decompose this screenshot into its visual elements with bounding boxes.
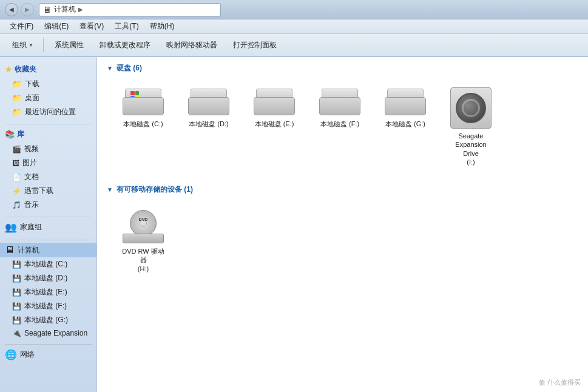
- drive-f-icon-large: [319, 87, 361, 117]
- sidebar-item-documents[interactable]: 📄 文档: [0, 170, 96, 184]
- drive-e-item[interactable]: 本地磁盘 (E:): [244, 81, 305, 172]
- dvd-disc: [130, 210, 157, 237]
- sidebar-item-drive-e[interactable]: 💾 本地磁盘 (E:): [0, 285, 96, 299]
- xunlei-label: 迅雷下载: [24, 186, 53, 196]
- dvd-item[interactable]: DVD DVD RW 驱动器 (H:): [113, 202, 174, 279]
- organize-button[interactable]: 组织 ▼: [6, 38, 39, 53]
- uninstall-button[interactable]: 卸载或更改程序: [92, 38, 158, 53]
- back-button[interactable]: ◀: [5, 3, 18, 16]
- music-icon: 🎵: [12, 201, 21, 209]
- control-panel-button[interactable]: 打开控制面板: [226, 38, 284, 53]
- path-arrow: ▶: [78, 6, 83, 13]
- map-drive-button[interactable]: 映射网络驱动器: [159, 38, 225, 53]
- drive-g-label: 本地磁盘 (G:): [24, 315, 68, 325]
- documents-label: 文档: [24, 172, 39, 182]
- favorites-label: 收藏夹: [15, 64, 36, 75]
- sidebar-item-downloads[interactable]: 📁 下载: [0, 77, 96, 91]
- sidebar-item-xunlei[interactable]: ⚡ 迅雷下载: [0, 184, 96, 198]
- sidebar-item-video[interactable]: 🎬 视频: [0, 142, 96, 156]
- hdd-e-shape: [254, 89, 295, 115]
- sidebar-item-drive-g[interactable]: 💾 本地磁盘 (G:): [0, 313, 96, 327]
- system-props-label: 系统属性: [55, 40, 84, 50]
- network-section: 🌐 网络: [0, 347, 96, 362]
- dvd-icon-large: DVD: [122, 208, 164, 245]
- sidebar-item-computer[interactable]: 🖥 计算机: [0, 243, 96, 257]
- hdd-section-label: 硬盘 (6): [117, 63, 142, 73]
- drive-f-item[interactable]: 本地磁盘 (F:): [309, 81, 370, 172]
- toolbar: 组织 ▼ 系统属性 卸载或更改程序 映射网络驱动器 打开控制面板: [0, 34, 588, 57]
- drive-g-item[interactable]: 本地磁盘 (G:): [375, 81, 436, 172]
- seagate-inner: [456, 93, 486, 123]
- seagate-icon-large: [450, 87, 492, 129]
- hdd-e-body: [254, 97, 295, 115]
- drive-d-icon-large: [188, 87, 230, 117]
- desktop-label: 桌面: [25, 93, 39, 103]
- xunlei-icon: ⚡: [12, 187, 21, 195]
- system-props-button[interactable]: 系统属性: [47, 38, 91, 53]
- menu-edit[interactable]: 编辑(E): [39, 20, 73, 33]
- seagate-ring: [462, 99, 480, 117]
- dvd-shape: DVD: [123, 210, 164, 243]
- removable-header: ▼ 有可移动存储的设备 (1): [107, 184, 578, 195]
- divider-2: [5, 217, 92, 217]
- hdd-d-shape: [188, 89, 229, 115]
- drive-d-icon: 💾: [12, 274, 21, 283]
- menu-bar: 文件(F) 编辑(E) 查看(V) 工具(T) 帮助(H): [0, 19, 588, 34]
- menu-help[interactable]: 帮助(H): [145, 20, 180, 33]
- sidebar-item-network[interactable]: 🌐 网络: [0, 347, 96, 362]
- homegroup-section: 👥 家庭组: [0, 220, 96, 235]
- sidebar-item-homegroup[interactable]: 👥 家庭组: [0, 220, 96, 235]
- organize-arrow: ▼: [29, 42, 33, 48]
- video-label: 视频: [24, 144, 39, 154]
- homegroup-icon: 👥: [5, 221, 17, 233]
- organize-label: 组织: [12, 40, 27, 50]
- computer-icon: 🖥: [43, 5, 52, 15]
- music-label: 音乐: [24, 200, 39, 210]
- hdd-c-body: [123, 97, 164, 115]
- seagate-label-sm: Seagate Expansion: [24, 329, 87, 337]
- drive-f-label: 本地磁盘 (F:): [24, 301, 67, 311]
- uninstall-label: 卸载或更改程序: [100, 40, 150, 50]
- drive-c-item[interactable]: 本地磁盘 (C:): [113, 81, 174, 172]
- recent-label: 最近访问的位置: [25, 107, 76, 117]
- seagate-item[interactable]: Seagate Expansion Drive (I:): [441, 81, 501, 172]
- folder-icon: 📁: [12, 79, 22, 89]
- sidebar: ★ 收藏夹 📁 下载 📁 桌面 📁 最近访问的位置 📚 库: [0, 57, 97, 392]
- address-bar[interactable]: 🖥 计算机 ▶: [39, 3, 221, 16]
- sidebar-item-recent[interactable]: 📁 最近访问的位置: [0, 105, 96, 119]
- divider-1: [5, 124, 92, 124]
- network-label: 网络: [20, 350, 35, 360]
- folder-icon: 📁: [12, 107, 22, 117]
- hdd-c-shape: [123, 89, 164, 115]
- sidebar-item-drive-d[interactable]: 💾 本地磁盘 (D:): [0, 271, 96, 285]
- sidebar-item-music[interactable]: 🎵 音乐: [0, 198, 96, 212]
- documents-icon: 📄: [12, 173, 21, 181]
- title-bar: ◀ ▶ 🖥 计算机 ▶: [0, 0, 588, 19]
- path-label: 计算机: [54, 4, 76, 15]
- seagate-label: Seagate Expansion Drive (I:): [447, 132, 495, 166]
- menu-tools[interactable]: 工具(T): [110, 20, 143, 33]
- sidebar-item-drive-c[interactable]: 💾 本地磁盘 (C:): [0, 257, 96, 271]
- library-header: 📚 库: [0, 127, 96, 142]
- drive-g-label: 本地磁盘 (G:): [385, 120, 425, 128]
- menu-file[interactable]: 文件(F): [5, 20, 38, 33]
- drive-d-item[interactable]: 本地磁盘 (D:): [178, 81, 239, 172]
- drive-g-icon-large: [384, 87, 427, 117]
- hdd-section-arrow: ▼: [107, 65, 113, 72]
- menu-view[interactable]: 查看(V): [75, 20, 109, 33]
- drive-e-label: 本地磁盘 (E:): [255, 120, 294, 128]
- library-section: 📚 库 🎬 视频 🖼 图片 📄 文档 ⚡ 迅雷下载 🎵 音乐: [0, 127, 96, 212]
- drive-c-label: 本地磁盘 (C:): [123, 120, 163, 128]
- downloads-label: 下载: [25, 79, 39, 89]
- drive-e-icon-large: [253, 87, 296, 117]
- sidebar-item-drive-f[interactable]: 💾 本地磁盘 (F:): [0, 299, 96, 313]
- hdd-f-body: [319, 97, 360, 115]
- sidebar-item-pictures[interactable]: 🖼 图片: [0, 156, 96, 170]
- sidebar-item-seagate[interactable]: 🔌 Seagate Expansion: [0, 327, 96, 339]
- divider-4: [5, 344, 92, 345]
- hdd-d-body: [188, 97, 229, 115]
- hdd-g-body: [385, 97, 426, 115]
- forward-button[interactable]: ▶: [21, 3, 34, 16]
- drive-c-icon: 💾: [12, 260, 21, 269]
- sidebar-item-desktop[interactable]: 📁 桌面: [0, 91, 96, 105]
